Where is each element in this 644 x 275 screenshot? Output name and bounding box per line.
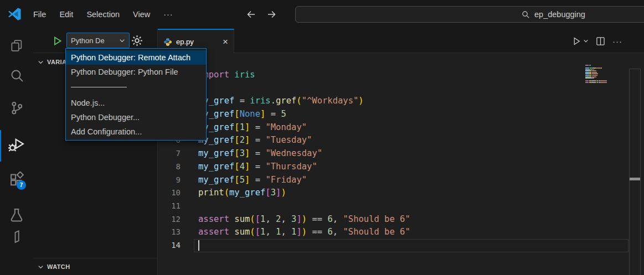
split-editor-icon [596,37,605,46]
gear-icon[interactable] [131,35,143,46]
dropdown-item-0[interactable]: Python Debugger: Remote Attach [66,50,206,65]
search-icon [522,11,530,19]
current-line-highlight [194,239,628,252]
menu-more[interactable]: ··· [157,6,180,23]
chevron-down-icon [583,38,589,44]
tab-label: ep.py [176,38,194,46]
menu-view[interactable]: View [126,6,157,23]
code-line-10[interactable]: 10print(my_gref[3]) [158,186,644,200]
source-control-icon[interactable] [0,100,33,116]
line-text: my_gref[5] = "Friday" [198,174,307,187]
code-line-7[interactable]: 7my_gref[3] = "Wednesday" [158,147,644,160]
notebook-icon[interactable] [0,229,33,245]
line-text: print(my_gref[3]) [198,186,286,200]
code-line-2[interactable]: 2 [158,82,644,95]
run-and-debug-icon[interactable] [0,135,33,154]
code-line-9[interactable]: 9my_gref[5] = "Friday" [158,174,644,187]
scrollbar-slider[interactable] [630,178,640,180]
debug-config-dropdown: Python Debugger: Remote AttachPython Deb… [65,48,207,141]
python-file-icon [163,38,172,46]
code-line-1[interactable]: 1import iris [158,69,644,82]
activity-bar: 7 [0,29,33,275]
play-icon [572,37,581,46]
more-actions-button[interactable]: ··· [612,37,622,46]
line-text: my_gref[2] = "Tuesday" [198,134,312,147]
dropdown-item-5[interactable]: Add Configuration... [66,124,206,139]
menu-selection[interactable]: Selection [80,6,126,23]
line-text: my_gref = iris.gref("^Workdays") [198,95,364,108]
watch-section-label: WATCH [47,263,70,270]
extensions-badge: 7 [17,180,26,190]
line-number[interactable]: 13 [158,226,181,239]
debug-config-select[interactable]: Python De [66,33,130,48]
back-arrow-icon[interactable] [245,9,256,20]
line-text: my_gref[None] = 5 [198,108,286,121]
dropdown-separator [66,79,206,96]
menu-file[interactable]: File [27,6,53,23]
line-number[interactable]: 12 [158,213,181,226]
watch-section-header[interactable]: WATCH [33,258,157,275]
line-text: my_gref[4] = "Thursday" [198,160,317,174]
line-number[interactable]: 9 [158,174,181,187]
code-line-4[interactable]: 4my_gref[None] = 5 [158,108,644,121]
line-text: assert sum([1, 1, 1]) == 6, "Should be 6… [198,226,410,239]
line-number[interactable]: 7 [158,147,181,160]
vscode-logo-icon [7,7,22,22]
search-view-icon[interactable] [0,68,33,83]
line-number[interactable]: 8 [158,160,181,174]
chevron-down-icon [119,38,125,44]
forward-arrow-icon[interactable] [266,9,277,20]
search-value: ep_debugging [534,10,585,19]
code-line-12[interactable]: 12assert sum([1, 2, 3]) == 6, "Should be… [158,213,644,226]
line-number[interactable]: 11 [158,200,181,213]
code-area[interactable]: 1import iris23my_gref = iris.gref("^Work… [158,69,644,252]
editor-actions: ··· [572,29,622,53]
code-line-13[interactable]: 13assert sum([1, 1, 1]) == 6, "Should be… [158,226,644,239]
line-number[interactable]: 14 [158,239,181,252]
code-line-5[interactable]: 5my_gref[1] = "Monday" [158,121,644,134]
vscode-window: File Edit Selection View ··· ep_debuggin… [0,0,644,275]
split-editor-button[interactable] [596,37,605,46]
code-line-3[interactable]: 3my_gref = iris.gref("^Workdays") [158,95,644,108]
title-bar: File Edit Selection View ··· ep_debuggin… [0,0,644,29]
chevron-down-icon [38,264,44,270]
code-line-6[interactable]: 6my_gref[2] = "Tuesday" [158,134,644,147]
editor-group: ep.py × ··· … 1import iris23my_gref = ir… [158,29,644,275]
text-cursor [198,240,199,251]
scrollbar-track[interactable] [629,69,641,275]
command-center-search[interactable]: ep_debugging [295,6,644,23]
menu-edit[interactable]: Edit [53,6,80,23]
line-text: my_gref[1] = "Monday" [198,121,307,134]
menu-bar: File Edit Selection View ··· [27,0,180,29]
code-line-8[interactable]: 8my_gref[4] = "Thursday" [158,160,644,174]
dropdown-item-1[interactable]: Python Debugger: Python File [66,65,206,79]
dropdown-item-3[interactable]: Node.js... [66,96,206,110]
line-text: import iris [198,69,255,82]
start-debugging-button[interactable] [53,36,63,46]
search-content: ep_debugging [522,7,585,22]
line-number[interactable]: 10 [158,186,181,200]
minimap[interactable] [585,65,619,85]
testing-icon[interactable] [0,207,33,223]
chevron-down-icon [38,59,44,65]
run-python-file-button[interactable] [572,37,589,46]
history-nav [245,0,277,29]
debug-config-value: Python De [71,37,105,45]
dropdown-item-4[interactable]: Python Debugger... [66,110,206,124]
close-icon[interactable]: × [223,38,228,46]
code-line-11[interactable]: 11 [158,200,644,213]
code-line-14[interactable]: 14 [158,239,644,252]
line-text: assert sum([1, 2, 3]) == 6, "Should be 6… [198,213,410,226]
line-text: my_gref[3] = "Wednesday" [198,147,322,160]
explorer-icon[interactable] [0,39,33,53]
